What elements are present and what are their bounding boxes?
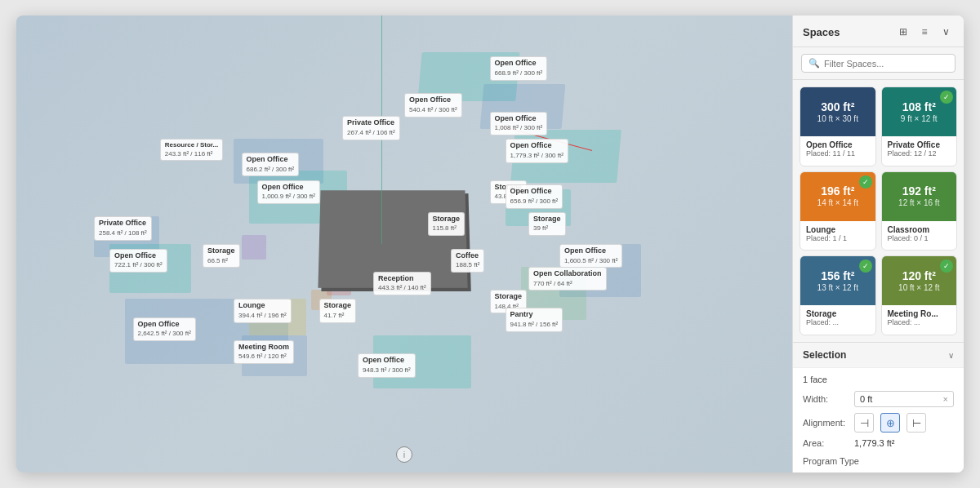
floor-plan-viewport[interactable]: Open Office 668.9 ft² / 300 ft² Open Off… — [16, 16, 792, 472]
check-badge-3: ✓ — [859, 175, 872, 189]
card-area-3: 196 ft² — [821, 185, 854, 197]
selection-header[interactable]: Selection ∨ — [793, 343, 964, 367]
space-card-header-6: ✓ 120 ft² 10 ft × 12 ft — [882, 256, 957, 305]
selection-face-label: 1 face — [803, 375, 954, 384]
panel-header: Spaces ⊞ ≡ ∨ — [793, 16, 964, 47]
card-name-6: Meeting Ro... — [888, 309, 951, 318]
selection-title: Selection — [803, 349, 846, 361]
panel-chevron-button[interactable]: ∨ — [938, 24, 954, 40]
vertical-guideline — [381, 16, 382, 244]
space-card-classroom[interactable]: 192 ft² 12 ft × 16 ft Classroom Placed: … — [881, 171, 958, 251]
card-area-1: 300 ft² — [821, 101, 854, 113]
card-placed-5: Placed: ... — [806, 318, 870, 326]
card-placed-3: Placed: 1 / 1 — [806, 234, 870, 242]
card-footer-2: Private Office Placed: 12 / 12 — [882, 136, 957, 162]
space-area-open-office-right — [506, 189, 571, 226]
width-value: 0 ft — [860, 394, 872, 404]
space-card-header-3: ✓ 196 ft² 14 ft × 14 ft — [800, 172, 875, 221]
alignment-label: Alignment: — [803, 418, 848, 428]
card-area-4: 192 ft² — [902, 185, 936, 197]
grid-view-button[interactable]: ⊞ — [895, 24, 911, 40]
card-placed-6: Placed: ... — [888, 318, 951, 326]
space-area-open-office-2 — [480, 84, 566, 129]
space-area-open-office-3 — [510, 130, 621, 183]
area-label: Area: — [803, 438, 848, 448]
info-button[interactable]: i — [396, 446, 412, 463]
space-card-header-1: 300 ft² 10 ft × 30 ft — [800, 87, 875, 136]
space-area-meeting — [242, 335, 307, 376]
space-card-private-office[interactable]: ✓ 108 ft² 9 ft × 12 ft Private Office Pl… — [881, 87, 958, 166]
card-placed-2: Placed: 12 / 12 — [888, 149, 951, 157]
alignment-row: Alignment: ⊣ ⊕ ⊢ — [803, 413, 954, 433]
area-row: Area: 1,779.3 ft² — [803, 438, 954, 448]
width-row: Width: 0 ft × — [803, 391, 954, 407]
check-badge-6: ✓ — [940, 260, 953, 273]
card-footer-4: Classroom Placed: 0 / 1 — [882, 221, 957, 246]
panel-header-icons: ⊞ ≡ ∨ — [895, 24, 954, 40]
selection-chevron-icon: ∨ — [948, 351, 954, 360]
search-container: 🔍 — [793, 47, 964, 80]
card-area-6: 120 ft² — [902, 270, 936, 282]
align-center-button[interactable]: ⊕ — [880, 413, 900, 433]
card-footer-5: Storage Placed: ... — [800, 305, 875, 331]
card-name-4: Classroom — [888, 225, 951, 234]
main-building-block — [318, 190, 467, 288]
space-area-lounge — [249, 299, 306, 335]
list-view-button[interactable]: ≡ — [916, 24, 933, 40]
space-area-open-collab — [521, 267, 586, 320]
width-label: Width: — [803, 394, 848, 404]
space-card-header-2: ✓ 108 ft² 9 ft × 12 ft — [882, 87, 957, 136]
card-dim-5: 13 ft × 12 ft — [817, 283, 858, 292]
card-dim-6: 10 ft × 12 ft — [898, 283, 939, 292]
width-clear-button[interactable]: × — [943, 394, 948, 404]
space-area-storage-small — [242, 235, 266, 260]
space-card-storage[interactable]: ✓ 156 ft² 13 ft × 12 ft Storage Placed: … — [800, 255, 876, 335]
card-dim-3: 14 ft × 14 ft — [817, 198, 858, 207]
program-type-label: Program Type — [803, 453, 954, 466]
space-card-header-5: ✓ 156 ft² 13 ft × 12 ft — [800, 256, 875, 305]
search-box: 🔍 — [801, 54, 956, 73]
space-card-header-4: 192 ft² 12 ft × 16 ft — [882, 172, 957, 221]
panel-title: Spaces — [803, 26, 840, 38]
spaces-grid: 300 ft² 10 ft × 30 ft Open Office Placed… — [793, 80, 964, 342]
app-container: Open Office 668.9 ft² / 300 ft² Open Off… — [16, 16, 964, 472]
area-value: 1,779.3 ft² — [854, 438, 895, 448]
card-name-1: Open Office — [806, 140, 870, 149]
width-input[interactable]: 0 ft × — [854, 391, 954, 407]
card-dim-2: 9 ft × 12 ft — [901, 114, 938, 123]
space-area-open-office-6 — [109, 244, 191, 293]
card-dim-1: 10 ft × 30 ft — [817, 114, 858, 123]
selection-body: 1 face Width: 0 ft × Alignment: ⊣ ⊕ ⊢ Ar… — [793, 367, 964, 472]
space-card-open-office[interactable]: 300 ft² 10 ft × 30 ft Open Office Placed… — [800, 87, 876, 166]
search-icon: 🔍 — [808, 58, 820, 69]
card-placed-1: Placed: 11 / 11 — [806, 149, 870, 157]
check-badge-5: ✓ — [859, 260, 872, 273]
card-footer-3: Lounge Placed: 1 / 1 — [800, 221, 875, 246]
space-card-meeting-room[interactable]: ✓ 120 ft² 10 ft × 12 ft Meeting Ro... Pl… — [881, 255, 958, 335]
align-left-button[interactable]: ⊣ — [854, 413, 874, 433]
card-name-3: Lounge — [806, 225, 870, 234]
align-right-button[interactable]: ⊢ — [906, 413, 926, 433]
card-placed-4: Placed: 0 / 1 — [888, 234, 951, 242]
card-dim-4: 12 ft × 16 ft — [898, 198, 939, 207]
card-area-2: 108 ft² — [902, 101, 936, 113]
card-footer-1: Open Office Placed: 11 / 11 — [800, 136, 875, 162]
card-area-5: 156 ft² — [821, 270, 854, 282]
check-badge-2: ✓ — [940, 91, 953, 104]
card-footer-6: Meeting Ro... Placed: ... — [882, 305, 957, 331]
selection-section: Selection ∨ 1 face Width: 0 ft × Alignme… — [793, 342, 964, 472]
card-name-5: Storage — [806, 309, 870, 318]
space-area-open-office-8 — [373, 335, 471, 388]
card-name-2: Private Office — [888, 140, 951, 149]
search-input[interactable] — [824, 59, 948, 69]
space-card-lounge[interactable]: ✓ 196 ft² 14 ft × 14 ft Lounge Placed: 1… — [800, 171, 876, 251]
right-panel: Spaces ⊞ ≡ ∨ 🔍 300 ft² 10 ft × 30 ft — [792, 16, 964, 472]
